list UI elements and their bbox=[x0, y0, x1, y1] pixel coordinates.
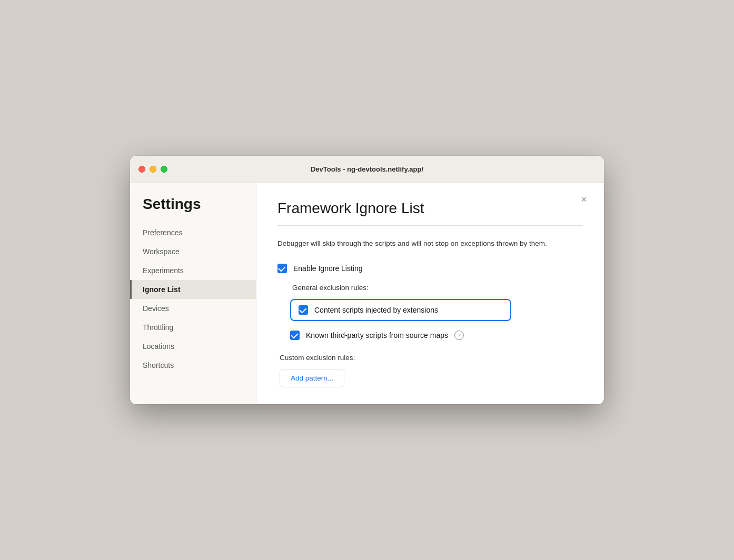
maximize-traffic-light[interactable] bbox=[161, 166, 167, 173]
panel-divider bbox=[277, 225, 583, 226]
help-icon[interactable]: ? bbox=[454, 331, 464, 340]
sidebar-item-experiments[interactable]: Experiments bbox=[130, 261, 256, 280]
sidebar-item-shortcuts[interactable]: Shortcuts bbox=[130, 356, 256, 375]
third-party-scripts-label: Known third-party scripts from source ma… bbox=[306, 331, 448, 339]
content-scripts-checkbox[interactable] bbox=[299, 305, 308, 315]
sidebar-heading: Settings bbox=[130, 196, 256, 223]
sidebar-item-devices[interactable]: Devices bbox=[130, 299, 256, 318]
traffic-lights bbox=[138, 166, 167, 173]
third-party-scripts-checkbox[interactable] bbox=[290, 331, 300, 340]
sidebar: Settings Preferences Workspace Experimen… bbox=[130, 183, 256, 404]
panel-description: Debugger will skip through the scripts a… bbox=[277, 238, 583, 249]
enable-ignore-checkbox[interactable] bbox=[277, 264, 287, 273]
enable-ignore-label: Enable Ignore Listing bbox=[293, 264, 363, 273]
close-traffic-light[interactable] bbox=[138, 166, 145, 173]
enable-ignore-listing-row: Enable Ignore Listing bbox=[277, 264, 583, 273]
sidebar-item-locations[interactable]: Locations bbox=[130, 337, 256, 356]
content-scripts-row: Content scripts injected by extensions bbox=[290, 299, 511, 321]
devtools-window: DevTools - ng-devtools.netlify.app/ Sett… bbox=[130, 156, 604, 404]
third-party-scripts-row: Known third-party scripts from source ma… bbox=[290, 329, 583, 341]
sidebar-item-preferences[interactable]: Preferences bbox=[130, 223, 256, 242]
content-area: Settings Preferences Workspace Experimen… bbox=[130, 183, 604, 404]
content-scripts-label: Content scripts injected by extensions bbox=[314, 306, 438, 314]
sidebar-item-workspace[interactable]: Workspace bbox=[130, 242, 256, 261]
add-pattern-button[interactable]: Add pattern... bbox=[280, 369, 344, 387]
custom-exclusion-label: Custom exclusion rules: bbox=[280, 354, 583, 362]
close-button[interactable]: × bbox=[577, 193, 591, 207]
titlebar: DevTools - ng-devtools.netlify.app/ bbox=[130, 156, 604, 183]
sidebar-item-throttling[interactable]: Throttling bbox=[130, 318, 256, 337]
general-exclusion-section: General exclusion rules: Content scripts… bbox=[290, 284, 583, 341]
main-panel: × Framework Ignore List Debugger will sk… bbox=[256, 183, 604, 404]
custom-exclusion-section: Custom exclusion rules: Add pattern... bbox=[277, 354, 583, 387]
titlebar-title: DevTools - ng-devtools.netlify.app/ bbox=[311, 165, 423, 173]
minimize-traffic-light[interactable] bbox=[150, 166, 156, 173]
panel-title: Framework Ignore List bbox=[277, 200, 583, 217]
general-exclusion-label: General exclusion rules: bbox=[292, 284, 583, 292]
sidebar-item-ignore-list[interactable]: Ignore List bbox=[130, 280, 256, 299]
